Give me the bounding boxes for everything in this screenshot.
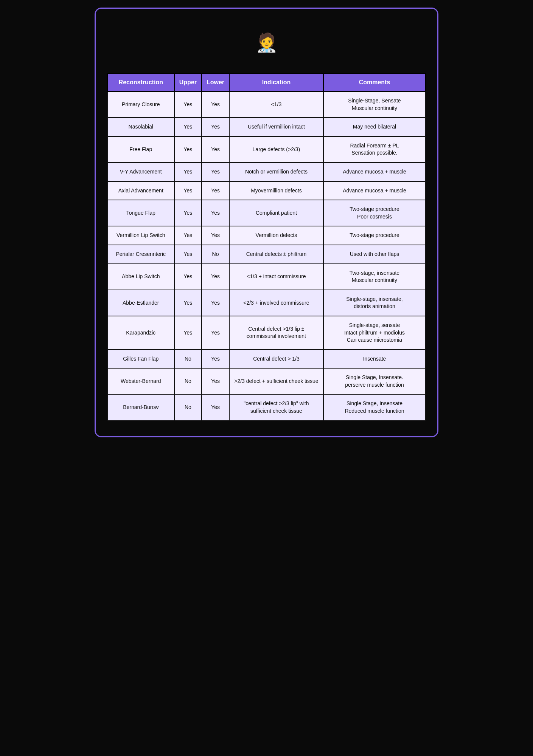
table-row: NasolabialYesYesUseful if vermillion int… (107, 118, 426, 136)
cell-comments: Advance mucosa + muscle (323, 163, 426, 181)
cell-reconstruction: Tongue Flap (107, 200, 174, 226)
cell-indication: <1/3 (229, 91, 323, 118)
col-header-reconstruction: Reconstruction (107, 73, 174, 91)
cell-upper: Yes (174, 136, 202, 163)
cell-lower: Yes (202, 316, 229, 350)
cell-reconstruction: V-Y Advancement (107, 163, 174, 181)
cell-comments: Two-stage procedure (323, 226, 426, 245)
cell-upper: Yes (174, 163, 202, 181)
table-row: Webster-BernardNoYes>2/3 defect + suffic… (107, 368, 426, 394)
cell-lower: Yes (202, 290, 229, 316)
cell-reconstruction: Axial Advancement (107, 181, 174, 200)
cell-upper: Yes (174, 245, 202, 264)
cell-upper: Yes (174, 264, 202, 290)
cell-lower: No (202, 245, 229, 264)
header-area: 🧑‍⚕️ (107, 20, 426, 65)
table-row: V-Y AdvancementYesYesNotch or vermillion… (107, 163, 426, 181)
cell-comments: May need bilateral (323, 118, 426, 136)
cell-indication: Useful if vermillion intact (229, 118, 323, 136)
cell-comments: Single-stage, insensate,distorts animati… (323, 290, 426, 316)
table-row: Primary ClosureYesYes<1/3Single-Stage, S… (107, 91, 426, 118)
table-row: Tongue FlapYesYesCompliant patientTwo-st… (107, 200, 426, 226)
cell-upper: Yes (174, 316, 202, 350)
cell-reconstruction: Gilles Fan Flap (107, 350, 174, 369)
cell-reconstruction: Free Flap (107, 136, 174, 163)
cell-indication: Myovermillion defects (229, 181, 323, 200)
cell-reconstruction: Abbe-Estlander (107, 290, 174, 316)
cell-indication: Central defect > 1/3 (229, 350, 323, 369)
cell-upper: No (174, 350, 202, 369)
table-header-row: Reconstruction Upper Lower Indication Co… (107, 73, 426, 91)
cell-indication: Central defects ± philtrum (229, 245, 323, 264)
cell-comments: Single-stage, sensateIntact philtrum + m… (323, 316, 426, 350)
table-row: Abbe Lip SwitchYesYes<1/3 + intact commi… (107, 264, 426, 290)
table-row: Vermillion Lip SwitchYesYesVermillion de… (107, 226, 426, 245)
cell-reconstruction: Perialar Cresennteric (107, 245, 174, 264)
cell-reconstruction: Karapandzic (107, 316, 174, 350)
cell-indication: Large defects (>2/3) (229, 136, 323, 163)
cell-lower: Yes (202, 350, 229, 369)
table-row: Abbe-EstlanderYesYes<2/3 + involved comm… (107, 290, 426, 316)
reconstruction-table: Reconstruction Upper Lower Indication Co… (107, 73, 426, 421)
cell-reconstruction: Nasolabial (107, 118, 174, 136)
cell-lower: Yes (202, 163, 229, 181)
cell-lower: Yes (202, 136, 229, 163)
col-header-lower: Lower (202, 73, 229, 91)
cell-reconstruction: Primary Closure (107, 91, 174, 118)
cell-comments: Single-Stage, SensateMuscular continuity (323, 91, 426, 118)
cell-lower: Yes (202, 181, 229, 200)
cell-upper: Yes (174, 118, 202, 136)
cell-indication: Compliant patient (229, 200, 323, 226)
cell-upper: Yes (174, 181, 202, 200)
cell-reconstruction: Vermillion Lip Switch (107, 226, 174, 245)
cell-comments: Radial Forearm ± PLSensation possible. (323, 136, 426, 163)
cell-reconstruction: Webster-Bernard (107, 368, 174, 394)
table-row: Free FlapYesYesLarge defects (>2/3)Radia… (107, 136, 426, 163)
cell-indication: <1/3 + intact commissure (229, 264, 323, 290)
cell-indication: Notch or vermillion defects (229, 163, 323, 181)
cell-upper: Yes (174, 200, 202, 226)
cell-comments: Two-stage procedurePoor cosmesis (323, 200, 426, 226)
cell-indication: <2/3 + involved commissure (229, 290, 323, 316)
table-row: Perialar CresenntericYesNoCentral defect… (107, 245, 426, 264)
cell-upper: Yes (174, 290, 202, 316)
cell-reconstruction: Abbe Lip Switch (107, 264, 174, 290)
cell-upper: Yes (174, 226, 202, 245)
col-header-upper: Upper (174, 73, 202, 91)
cell-lower: Yes (202, 368, 229, 394)
cell-indication: Central defect >1/3 lip ±commissural inv… (229, 316, 323, 350)
cell-upper: No (174, 394, 202, 420)
cell-upper: Yes (174, 91, 202, 118)
cell-lower: Yes (202, 264, 229, 290)
avatar-icon: 🧑‍⚕️ (255, 34, 278, 52)
cell-lower: Yes (202, 394, 229, 420)
table-row: Bernard-BurowNoYes"central defect >2/3 l… (107, 394, 426, 420)
page-wrapper: 🧑‍⚕️ Reconstruction Upper Lower Indicati… (95, 8, 438, 437)
table-row: Axial AdvancementYesYesMyovermillion def… (107, 181, 426, 200)
cell-indication: "central defect >2/3 lip" with sufficien… (229, 394, 323, 420)
cell-indication: Vermillion defects (229, 226, 323, 245)
cell-lower: Yes (202, 226, 229, 245)
cell-comments: Used with other flaps (323, 245, 426, 264)
cell-lower: Yes (202, 91, 229, 118)
table-row: KarapandzicYesYesCentral defect >1/3 lip… (107, 316, 426, 350)
cell-lower: Yes (202, 200, 229, 226)
cell-upper: No (174, 368, 202, 394)
cell-comments: Advance mucosa + muscle (323, 181, 426, 200)
cell-comments: Single Stage, Insensate.perserve muscle … (323, 368, 426, 394)
cell-comments: Two-stage, insensateMuscular continuity (323, 264, 426, 290)
cell-comments: Insensate (323, 350, 426, 369)
cell-comments: Single Stage, InsensateReduced muscle fu… (323, 394, 426, 420)
col-header-comments: Comments (323, 73, 426, 91)
col-header-indication: Indication (229, 73, 323, 91)
cell-indication: >2/3 defect + sufficient cheek tissue (229, 368, 323, 394)
cell-lower: Yes (202, 118, 229, 136)
table-row: Gilles Fan FlapNoYesCentral defect > 1/3… (107, 350, 426, 369)
cell-reconstruction: Bernard-Burow (107, 394, 174, 420)
